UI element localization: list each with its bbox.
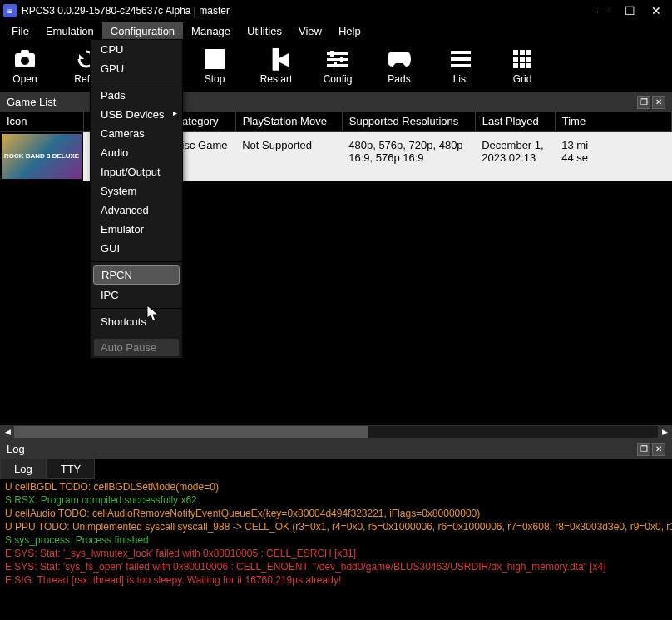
- svg-rect-19: [520, 63, 525, 68]
- menu-configuration[interactable]: Configuration: [102, 22, 183, 40]
- svg-rect-13: [520, 50, 525, 55]
- svg-rect-5: [327, 64, 348, 67]
- cell-lastplayed: December 1, 2023 02:13: [475, 131, 555, 181]
- stop-button[interactable]: Stop: [196, 48, 233, 85]
- log-float-button[interactable]: ❐: [637, 443, 650, 456]
- dd-item-input-output[interactable]: Input/Output: [91, 162, 182, 181]
- dd-item-ipc[interactable]: IPC: [91, 285, 182, 305]
- window-title: RPCS3 0.0.29-15780-c245637c Alpha | mast…: [22, 5, 597, 17]
- svg-rect-20: [526, 63, 531, 68]
- svg-rect-10: [451, 57, 471, 61]
- gamelist-title: Game List: [7, 96, 56, 108]
- svg-rect-17: [526, 57, 531, 62]
- list-icon: [449, 48, 472, 70]
- col-psmove[interactable]: PlayStation Move: [235, 112, 342, 131]
- log-line: E SYS: Stat: 'sys_fs_open' failed with 0…: [5, 560, 667, 573]
- camera-icon: [13, 48, 37, 70]
- log-line: S sys_process: Process finished: [5, 533, 667, 547]
- log-output[interactable]: U cellBGDL TODO: cellBGDLSetMode(mode=0)…: [0, 479, 672, 588]
- sliders-icon: [326, 48, 349, 70]
- game-cover-icon: ROCK BAND 3 DELUXE: [2, 134, 82, 179]
- dd-item-usb-devices[interactable]: USB Devices: [91, 105, 182, 124]
- log-line: U cellBGDL TODO: cellBGDLSetMode(mode=0): [5, 480, 667, 494]
- svg-rect-7: [340, 57, 343, 62]
- cell-resolutions: 480p, 576p, 720p, 480p 16:9, 576p 16:9: [342, 131, 475, 181]
- panel-close-button[interactable]: ✕: [652, 96, 665, 109]
- menu-utilities[interactable]: Utilities: [239, 22, 290, 40]
- log-close-button[interactable]: ✕: [652, 443, 665, 456]
- tab-log[interactable]: Log: [0, 459, 47, 479]
- dd-item-auto-pause: Auto Pause: [94, 339, 179, 356]
- scroll-thumb[interactable]: [14, 426, 368, 438]
- cell-psmove: Not Supported: [235, 131, 342, 181]
- list-button[interactable]: List: [442, 48, 479, 85]
- scroll-left-arrow[interactable]: ◀: [1, 426, 14, 438]
- configuration-dropdown: CPUGPUPadsUSB DevicesCamerasAudioInput/O…: [90, 39, 183, 359]
- dd-item-cpu[interactable]: CPU: [91, 40, 182, 59]
- svg-rect-15: [513, 57, 518, 62]
- svg-rect-8: [334, 62, 337, 67]
- game-icon-cell[interactable]: ROCK BAND 3 DELUXE: [0, 131, 83, 181]
- svg-rect-14: [526, 50, 531, 55]
- dd-item-rpcn[interactable]: RPCN: [93, 265, 180, 285]
- col-icon[interactable]: Icon: [0, 112, 83, 131]
- svg-rect-9: [451, 51, 471, 54]
- log-line: E SIG: Thread [rsx::thread] is too sleep…: [5, 573, 667, 587]
- menu-help[interactable]: Help: [330, 22, 369, 40]
- svg-rect-1: [21, 50, 29, 55]
- menu-view[interactable]: View: [290, 22, 330, 40]
- svg-rect-6: [330, 51, 334, 57]
- svg-point-2: [21, 57, 29, 65]
- svg-rect-3: [327, 52, 348, 55]
- svg-rect-16: [520, 57, 525, 62]
- scroll-right-arrow[interactable]: ▶: [658, 426, 671, 438]
- log-line: E SYS: Stat: '_sys_lwmutex_lock' failed …: [5, 547, 667, 560]
- menu-manage[interactable]: Manage: [183, 22, 239, 40]
- dd-item-advanced[interactable]: Advanced: [91, 201, 182, 220]
- log-title: Log: [7, 443, 25, 455]
- col-time[interactable]: Time: [555, 112, 671, 131]
- svg-rect-11: [451, 64, 471, 67]
- dd-item-gui[interactable]: GUI: [91, 239, 182, 258]
- minimize-button[interactable]: —: [597, 5, 609, 17]
- svg-rect-4: [327, 58, 348, 61]
- dd-item-system[interactable]: System: [91, 181, 182, 201]
- close-button[interactable]: ✕: [650, 5, 662, 17]
- maximize-button[interactable]: ☐: [624, 5, 635, 17]
- tab-tty[interactable]: TTY: [47, 459, 96, 479]
- restart-button[interactable]: ▐◀ Restart: [258, 48, 294, 85]
- log-header: Log ❐ ✕: [0, 439, 672, 459]
- dd-item-emulator[interactable]: Emulator: [91, 220, 182, 239]
- dd-item-cameras[interactable]: Cameras: [91, 124, 182, 143]
- stop-icon: [203, 48, 226, 70]
- dd-item-pads[interactable]: Pads: [91, 86, 182, 105]
- panel-float-button[interactable]: ❐: [637, 96, 650, 109]
- log-line: U cellAudio TODO: cellAudioRemoveNotifyE…: [5, 507, 667, 520]
- svg-rect-12: [513, 50, 518, 55]
- menu-file[interactable]: File: [3, 22, 37, 40]
- config-button[interactable]: Config: [319, 48, 356, 85]
- col-lastplayed[interactable]: Last Played: [475, 112, 555, 131]
- dd-item-gpu[interactable]: GPU: [91, 59, 182, 78]
- cell-time: 13 mi 44 se: [555, 131, 671, 181]
- restart-icon: ▐◀: [264, 48, 288, 70]
- open-button[interactable]: Open: [7, 48, 43, 85]
- dd-item-shortcuts[interactable]: Shortcuts: [91, 312, 182, 331]
- horizontal-scrollbar[interactable]: ◀ ▶: [0, 425, 672, 439]
- app-icon: ≡: [3, 4, 17, 17]
- svg-rect-18: [513, 63, 518, 68]
- grid-icon: [511, 48, 534, 70]
- col-resolutions[interactable]: Supported Resolutions: [342, 112, 475, 131]
- dd-item-audio[interactable]: Audio: [91, 143, 182, 162]
- menu-emulation[interactable]: Emulation: [37, 22, 102, 40]
- log-line: U PPU TODO: Unimplemented syscall syscal…: [5, 520, 667, 533]
- grid-button[interactable]: Grid: [504, 48, 541, 85]
- log-line: S RSX: Program compiled successfully x62: [5, 494, 667, 507]
- pads-button[interactable]: Pads: [381, 48, 418, 85]
- scroll-track[interactable]: [14, 426, 658, 438]
- gamepad-icon: [388, 48, 411, 70]
